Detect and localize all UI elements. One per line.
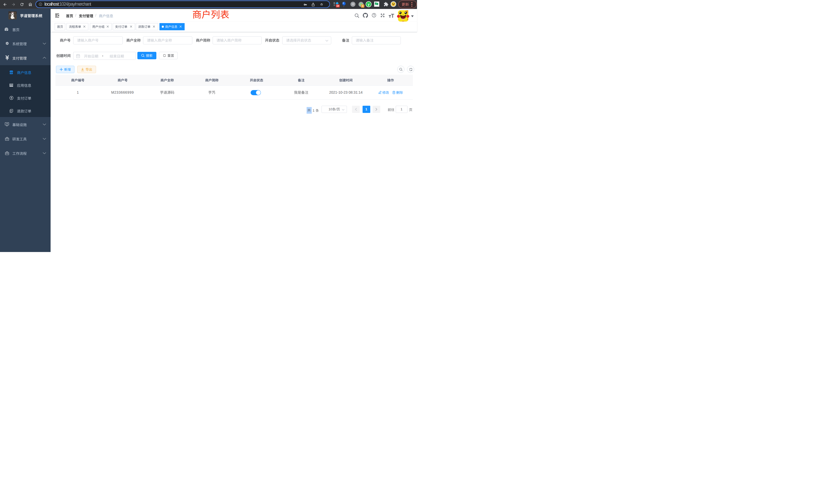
svg-text:y: y: [368, 2, 370, 6]
svg-text:⌘: ⌘: [351, 2, 355, 6]
